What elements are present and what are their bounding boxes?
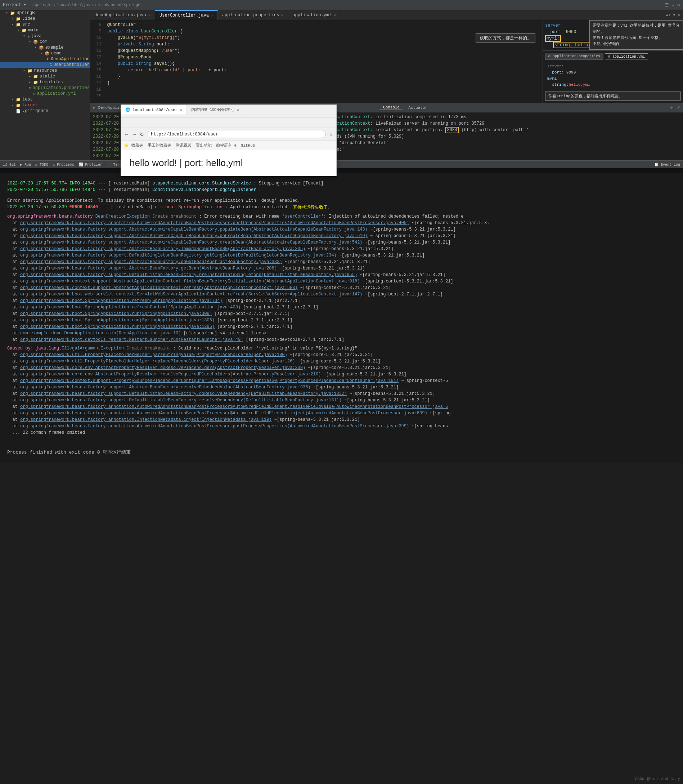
tree-item-example[interactable]: ▾ 📦 example [0, 45, 90, 50]
error-intro-line: Error starting ApplicationContext. To di… [7, 198, 676, 204]
run-tab-console[interactable]: Console [380, 105, 402, 110]
browser-tab-close[interactable]: ✕ [180, 108, 182, 112]
bottom-git[interactable]: ⎇ Git [3, 162, 16, 167]
mini-tab-yml[interactable]: ⚙ application.yml [605, 53, 648, 60]
mini-yml-content: server: port: 9090 myml: string:hello,ym… [545, 61, 681, 90]
yml-content-area: server: port: 9090 myml: string: hello,y… [543, 20, 683, 50]
tree-item-usercontroller[interactable]: C UserController [0, 62, 90, 68]
browser-tab-label: localhost:8084/user [133, 108, 178, 112]
trace-line: at org.springframework.boot.web.servlet.… [7, 291, 676, 297]
tree-label: SpringB [16, 10, 35, 16]
browser-forward-button[interactable]: → [132, 132, 137, 137]
line-numbers: 8 9 10 11 12 13 14 15 16 17 18 19 [90, 20, 104, 103]
tree-item-resources[interactable]: ▾ 📁 resources [0, 68, 90, 74]
tree-item-main[interactable]: ▾ 📁 main [0, 27, 90, 33]
close-icon[interactable]: ✕ [148, 13, 151, 17]
browser-back-button[interactable]: ← [124, 132, 129, 137]
browser-url-input[interactable]: http://localhost:8084/user [147, 131, 326, 138]
tab-label: DemoApplication.java [94, 13, 146, 18]
tab-demoapplication[interactable]: DemoApplication.java ✕ [90, 10, 155, 20]
toolbar-icons: ☰ ≡ ⚙ [665, 2, 680, 8]
tree-item-appyml[interactable]: ⚙ application.yml [0, 91, 90, 96]
tree-label: demo [51, 51, 62, 56]
close-icon[interactable]: ✕ [281, 13, 283, 17]
tree-label: example [45, 45, 63, 50]
run-expand-icon[interactable]: ⤢ [677, 105, 680, 110]
tree-item-templates[interactable]: ▸ 📁 templates [0, 79, 90, 85]
main-error-line-container: 2022-07-20 17:57:50.839 ERROR 14840 --- … [7, 204, 676, 210]
run-icon: ▶ [93, 105, 95, 110]
browser-tab-close[interactable]: ✕ [237, 108, 239, 112]
bottom-problems[interactable]: ⚠ Problems [53, 162, 74, 167]
mini-tab-props[interactable]: ⚙ application.properties [545, 53, 603, 60]
trace-line: at org.springframework.beans.factory.ann… [7, 423, 676, 429]
tab-appyml[interactable]: application.yml ✕ [288, 10, 340, 20]
tree-label: .idea [22, 16, 35, 21]
browser-bookmarks-bar: ⭐ 收藏夹 手工刘收藏夹 腾讯视频 置出功能 编程语言 ⊕ GitHub [121, 141, 336, 150]
tree-item-demo[interactable]: ▾ 📦 demo [0, 50, 90, 56]
tab-usercontroller[interactable]: UserController.java ✕ [155, 10, 218, 20]
bottom-event-log[interactable]: 📋 Event Log [654, 162, 680, 167]
bookmark-langs[interactable]: 编程语言 ⊕ [216, 143, 237, 148]
trace-line: at org.springframework.beans.factory.sup… [7, 397, 676, 403]
trace-line: org.springframework.beans.factory.BeanCr… [7, 213, 676, 220]
mini-note: 你看string的颜色，都能看出来有问题。 [545, 92, 681, 101]
close-icon[interactable]: ✕ [333, 13, 335, 17]
tab-label: UserController.java [159, 13, 209, 18]
browser-refresh-button[interactable]: ↻ [140, 132, 144, 137]
project-panel: ▾ 📁 SpringB ▸ 📁 .idea ▾ 📁 src ▾ 📁 main [0, 10, 90, 160]
tree-label: application.properties [33, 85, 90, 90]
bookmark-output[interactable]: 置出功能 [196, 143, 212, 148]
mini-tab-bar: ⚙ application.properties ⚙ application.y… [545, 53, 681, 60]
trace-line: at org.springframework.beans.factory.sup… [7, 390, 676, 397]
trace-line: at org.springframework.beans.factory.sup… [7, 272, 676, 278]
bottom-profiler[interactable]: 📊 Profiler [79, 162, 102, 167]
bookmark-handwork[interactable]: 手工刘收藏夹 [148, 143, 172, 148]
bottom-run[interactable]: ▶ Run [20, 162, 31, 167]
tree-item-com[interactable]: ▾ 📦 com [0, 39, 90, 45]
trace-line: at org.springframework.beans.factory.sup… [7, 233, 676, 239]
bookmark-favorites[interactable]: ⭐ 收藏夹 [124, 143, 143, 148]
ide-main-area: ▾ 📁 SpringB ▸ 📁 .idea ▾ 📁 src ▾ 📁 main [0, 10, 683, 160]
right-config-panel: server: port: 9090 myml: string: hello,y… [543, 20, 683, 103]
browser-bookmark-button[interactable]: ☆ [329, 132, 333, 137]
trace-line: at com.example.demo.DemoApplication.main… [7, 330, 676, 336]
tab-appprops[interactable]: application.properties ✕ [218, 10, 288, 20]
trace-line: at org.springframework.context.support.P… [7, 378, 676, 384]
tree-item-gitignore[interactable]: 📄 .gitignore [0, 108, 90, 114]
tree-item-springb[interactable]: ▾ 📁 SpringB [0, 10, 90, 16]
trace-line: at org.springframework.beans.factory.sup… [7, 265, 676, 272]
run-settings-icon[interactable]: ⚙ [670, 105, 673, 110]
tree-label: static [40, 74, 55, 79]
tree-item-static[interactable]: ▸ 📁 static [0, 74, 90, 79]
trace-line: at org.springframework.beans.factory.sup… [7, 239, 676, 246]
browser-tab-active[interactable]: 🌐 localhost:8084/user ✕ [121, 105, 187, 114]
stack-trace-area: org.springframework.beans.factory.BeanCr… [7, 213, 676, 436]
close-icon[interactable]: ✕ [211, 13, 213, 18]
browser-page-content: hello world! | port: hello,yml [121, 150, 336, 176]
run-tab-actuator[interactable]: Actuator [406, 106, 430, 110]
project-label: Project ▾ [3, 2, 26, 8]
trace-line: at org.springframework.core.env.Abstract… [7, 371, 676, 378]
tree-label: DemoApplication [51, 56, 90, 62]
tree-label: .gitignore [22, 108, 48, 114]
tree-item-demoapplication[interactable]: C DemoApplication [0, 56, 90, 62]
bookmark-tencent[interactable]: 腾讯视频 [176, 143, 192, 148]
bottom-todo[interactable]: ☑ TODO [35, 162, 48, 167]
bookmark-github[interactable]: GitHub [241, 143, 255, 148]
tree-item-appprops[interactable]: ⚙ application.properties [0, 85, 90, 91]
tree-label: test [22, 97, 33, 102]
tree-item-java[interactable]: ▾ ☕ java [0, 33, 90, 39]
tree-item-idea[interactable]: ▸ 📁 .idea [0, 16, 90, 22]
tree-item-target[interactable]: ▸ 📁 target [0, 102, 90, 108]
trace-line: at org.springframework.beans.factory.ann… [7, 220, 676, 226]
mini-tab-label: ⚙ application.properties [548, 55, 600, 58]
tree-item-src[interactable]: ▾ 📁 src [0, 22, 90, 27]
trace-line: at org.springframework.boot.SpringApplic… [7, 323, 676, 330]
browser-favicon: 🌐 [125, 108, 130, 112]
browser-tab-csdn[interactable]: 内容管理-CSDN创作中心 ✕ [187, 105, 244, 114]
tree-item-test[interactable]: ▸ 📁 test [0, 96, 90, 102]
caused-by-line: Caused by: java.lang.IllegalArgumentExce… [7, 345, 676, 352]
trace-line: at org.springframework.beans.factory.sup… [7, 252, 676, 259]
editor-body: 8 9 10 11 12 13 14 15 16 17 18 19 [90, 20, 683, 103]
